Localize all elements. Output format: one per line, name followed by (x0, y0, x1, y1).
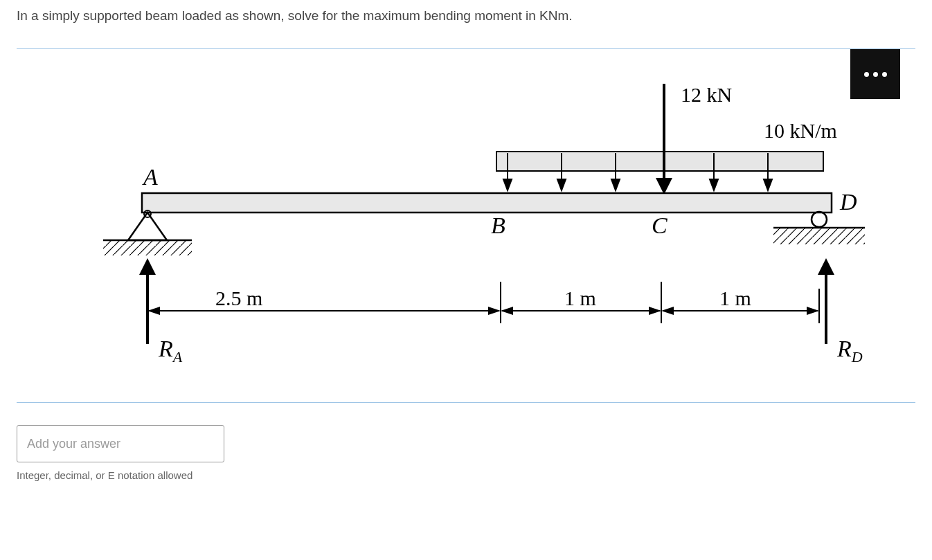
point-load-label: 12 kN (681, 83, 732, 106)
dim-CD: 1 m (719, 287, 751, 309)
svg-rect-10 (103, 240, 192, 255)
answer-hint: Integer, decimal, or E notation allowed (17, 469, 915, 481)
more-options-button[interactable] (850, 49, 900, 99)
ellipsis-icon (864, 72, 869, 77)
question-prompt: In a simply supported beam loaded as sho… (17, 8, 915, 24)
answer-input[interactable] (17, 425, 224, 462)
label-B: B (491, 213, 505, 238)
divider-bottom (17, 402, 915, 403)
label-D: D (839, 189, 857, 215)
beam-diagram: 10 kN/m 12 kN A B C D RA RD (64, 63, 868, 381)
label-C: C (652, 213, 667, 238)
dim-BC: 1 m (564, 287, 596, 309)
figure-container: 10 kN/m 12 kN A B C D RA RD (17, 49, 915, 402)
label-A: A (142, 164, 158, 190)
dim-AB: 2.5 m (215, 287, 262, 309)
svg-rect-13 (773, 228, 865, 244)
ellipsis-icon (882, 72, 887, 77)
ellipsis-icon (873, 72, 878, 77)
reaction-D: RD (836, 336, 863, 365)
svg-rect-1 (496, 152, 823, 171)
svg-rect-8 (142, 193, 832, 213)
reaction-A: RA (158, 336, 183, 365)
svg-point-12 (812, 212, 827, 227)
dist-load-label: 10 kN/m (764, 119, 837, 142)
